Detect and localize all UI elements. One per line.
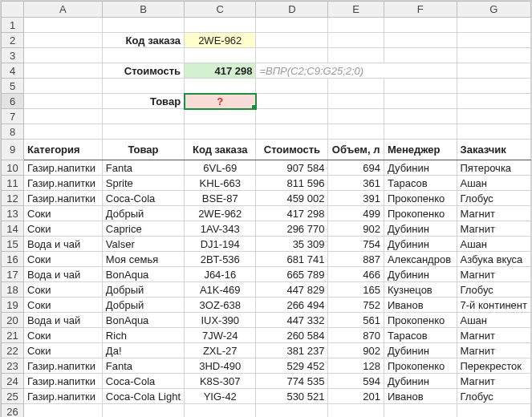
cell-product[interactable]: Caprice	[102, 221, 184, 237]
cell[interactable]	[102, 124, 184, 140]
cell-category[interactable]: Соки	[24, 252, 103, 267]
cell-category[interactable]: Газир.напитки	[24, 176, 103, 191]
cell[interactable]	[102, 109, 184, 124]
cell-volume[interactable]: 902	[328, 221, 384, 237]
cell-volume[interactable]: 361	[328, 176, 384, 191]
cell[interactable]	[457, 79, 530, 94]
cell-category[interactable]: Соки	[24, 282, 103, 298]
cell-code[interactable]: A1K-469	[185, 282, 256, 298]
cell-code[interactable]: 7JW-24	[185, 328, 256, 343]
cell-volume[interactable]: 870	[328, 328, 384, 343]
cell-category[interactable]: Соки	[24, 298, 103, 313]
cell[interactable]	[185, 124, 256, 140]
cell-manager[interactable]: Александров	[384, 252, 457, 267]
row-header[interactable]: 26	[2, 404, 24, 418]
row-header[interactable]: 12	[2, 191, 24, 206]
cell[interactable]	[102, 404, 184, 418]
cell-code[interactable]: 3HD-490	[185, 358, 256, 374]
cell[interactable]	[24, 18, 103, 33]
cell-category[interactable]: Вода и чай	[24, 267, 103, 282]
cell[interactable]	[24, 48, 103, 63]
cell-product[interactable]: Моя семья	[102, 252, 184, 267]
cell-cost[interactable]: 681 741	[256, 252, 328, 267]
cell[interactable]	[457, 404, 530, 418]
cell-manager[interactable]: Дубинин	[384, 374, 457, 389]
row-header[interactable]: 8	[2, 124, 24, 140]
cell[interactable]	[457, 109, 530, 124]
row-header[interactable]: 21	[2, 328, 24, 343]
cell-product[interactable]: Добрый	[102, 282, 184, 298]
cell-customer[interactable]: Глобус	[457, 191, 530, 206]
col-header-b[interactable]: B	[102, 2, 184, 18]
cell-manager[interactable]: Дубинин	[384, 343, 457, 358]
cell[interactable]	[102, 48, 184, 63]
cell[interactable]	[328, 18, 384, 33]
cell-customer[interactable]: Азбука вкуса	[457, 252, 530, 267]
cell-customer[interactable]: Перекресток	[457, 358, 530, 374]
cell-category[interactable]: Соки	[24, 206, 103, 221]
cell-customer[interactable]: Ашан	[457, 176, 530, 191]
cell-cost[interactable]: 907 584	[256, 160, 328, 176]
cell[interactable]	[384, 79, 457, 94]
cell-code[interactable]: J64-16	[185, 267, 256, 282]
cell-cost[interactable]: 811 596	[256, 176, 328, 191]
row-header[interactable]: 22	[2, 343, 24, 358]
cell-cost[interactable]: 459 002	[256, 191, 328, 206]
cell[interactable]	[384, 94, 457, 109]
row-header[interactable]: 9	[2, 140, 24, 160]
cell[interactable]	[328, 124, 384, 140]
cell-code[interactable]: DJ1-194	[185, 237, 256, 252]
cell-code[interactable]: IUX-390	[185, 313, 256, 328]
cell-customer[interactable]: Магнит	[457, 267, 530, 282]
cell-volume[interactable]: 128	[328, 358, 384, 374]
col-header-c[interactable]: C	[185, 2, 256, 18]
row-header[interactable]: 20	[2, 313, 24, 328]
cell-code[interactable]: 1AV-343	[185, 221, 256, 237]
table-header-code[interactable]: Код заказа	[185, 140, 256, 160]
cell[interactable]	[384, 48, 457, 63]
cell-volume[interactable]: 499	[328, 206, 384, 221]
cell-customer[interactable]: Магнит	[457, 343, 530, 358]
cell-category[interactable]: Газир.напитки	[24, 389, 103, 404]
spreadsheet[interactable]: A B C D E F G 1 2 Код заказа 2WE-962 3 4…	[0, 0, 532, 417]
cell[interactable]	[328, 94, 384, 109]
cell-volume[interactable]: 754	[328, 237, 384, 252]
row-header[interactable]: 18	[2, 282, 24, 298]
cell-manager[interactable]: Тарасов	[384, 176, 457, 191]
cell-manager[interactable]: Прокопенко	[384, 358, 457, 374]
cell-volume[interactable]: 902	[328, 343, 384, 358]
cell[interactable]	[457, 33, 530, 48]
cell[interactable]	[256, 48, 328, 63]
cell[interactable]	[328, 33, 384, 48]
cell-cost[interactable]: 665 789	[256, 267, 328, 282]
cell-product[interactable]: BonAqua	[102, 313, 184, 328]
cell[interactable]	[185, 48, 256, 63]
col-header-g[interactable]: G	[457, 2, 530, 18]
cell-manager[interactable]: Дубинин	[384, 160, 457, 176]
cell-label-product[interactable]: Товар	[102, 94, 184, 109]
cell-cost[interactable]: 417 298	[256, 206, 328, 221]
cell-category[interactable]: Соки	[24, 343, 103, 358]
cell-manager[interactable]: Тарасов	[384, 328, 457, 343]
cell-cost[interactable]: 529 452	[256, 358, 328, 374]
row-header[interactable]: 15	[2, 237, 24, 252]
col-header-e[interactable]: E	[328, 2, 384, 18]
cell-customer[interactable]: Глобус	[457, 389, 530, 404]
cell[interactable]	[256, 33, 328, 48]
cell-cost[interactable]: 260 584	[256, 328, 328, 343]
cell[interactable]	[185, 18, 256, 33]
cell-customer[interactable]: Ашан	[457, 237, 530, 252]
cell-volume[interactable]: 391	[328, 191, 384, 206]
row-header[interactable]: 25	[2, 389, 24, 404]
cell-manager[interactable]: Прокопенко	[384, 206, 457, 221]
cell-cost[interactable]: 774 535	[256, 374, 328, 389]
cell-manager[interactable]: Прокопенко	[384, 191, 457, 206]
cell-manager[interactable]: Кузнецов	[384, 282, 457, 298]
cell-category[interactable]: Газир.напитки	[24, 358, 103, 374]
row-header[interactable]: 4	[2, 63, 24, 79]
table-header-volume[interactable]: Объем, л	[328, 140, 384, 160]
row-header[interactable]: 6	[2, 94, 24, 109]
cell[interactable]	[328, 109, 384, 124]
cell-cost[interactable]: 266 494	[256, 298, 328, 313]
cell-code[interactable]: 3OZ-638	[185, 298, 256, 313]
